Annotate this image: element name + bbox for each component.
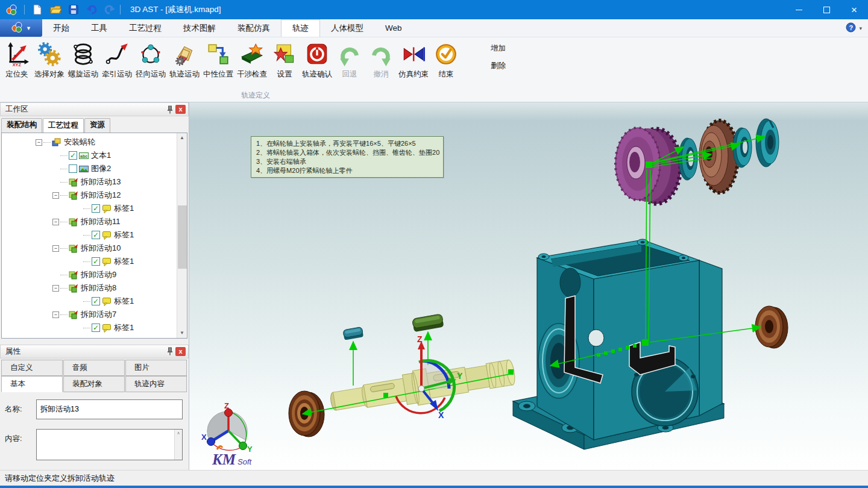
- tool-drag-motion-label: 牵引运动: [102, 69, 132, 80]
- redo-button[interactable]: [102, 2, 118, 17]
- tool-neutral-position[interactable]: 中性位置: [201, 40, 235, 80]
- tree-item-label1[interactable]: ✓标签1: [2, 255, 187, 268]
- workspace-tab-process[interactable]: 工艺过程: [43, 118, 84, 133]
- tab-tech-illustration[interactable]: 技术图解: [172, 19, 227, 37]
- content-textarea[interactable]: ∧: [36, 429, 183, 460]
- tree-expander-icon[interactable]: −: [52, 311, 59, 318]
- props-tab-picture[interactable]: 图片: [125, 360, 187, 376]
- tool-settings[interactable]: 设置: [269, 40, 300, 80]
- tree-item-activity9[interactable]: 拆卸活动9: [2, 268, 187, 281]
- tree-item-activity10[interactable]: −拆卸活动10: [2, 242, 187, 255]
- minimize-button[interactable]: [785, 0, 813, 19]
- save-button[interactable]: [66, 2, 81, 17]
- tree-guide-line: [83, 328, 90, 328]
- tree-checkbox[interactable]: ✓: [92, 257, 100, 266]
- tab-trajectory[interactable]: 轨迹: [281, 19, 320, 37]
- tool-trajectory-motion[interactable]: 轨迹运动: [168, 40, 201, 80]
- chevron-down-icon[interactable]: ▾: [859, 25, 862, 31]
- tree-item-label: 文本1: [91, 150, 113, 161]
- viewport-3d[interactable]: Z Y X Z X Y: [189, 102, 868, 470]
- tree-item-text1[interactable]: ✓abc文本1: [2, 149, 187, 162]
- workspace-tab-assembly-structure[interactable]: 装配结构: [1, 118, 42, 133]
- new-file-button[interactable]: [30, 2, 45, 17]
- tree-item-activity12[interactable]: −拆卸活动12: [2, 189, 187, 202]
- tree-expander-icon[interactable]: −: [52, 192, 59, 199]
- tab-tools[interactable]: 工具: [80, 19, 118, 37]
- tree-item-activity7[interactable]: −拆卸活动7: [2, 308, 187, 321]
- tree-checkbox[interactable]: ✓: [92, 231, 100, 239]
- logo-soft-text: Soft: [237, 457, 253, 466]
- round-nut[interactable]: [756, 119, 779, 167]
- delete-button[interactable]: 删除: [491, 61, 506, 71]
- manipulator-x-label: X: [438, 410, 444, 420]
- tree-item-label1[interactable]: ✓标签1: [2, 228, 187, 242]
- close-panel-button[interactable]: x: [175, 347, 186, 356]
- properties-panel-header: 属性 x: [0, 345, 189, 358]
- tree-checkbox[interactable]: ✓: [92, 297, 100, 305]
- tree-item-activity13[interactable]: 拆卸活动13: [2, 175, 187, 189]
- housing-body[interactable]: [537, 239, 722, 440]
- tool-trajectory-confirm-label: 轨迹确认: [302, 69, 332, 80]
- tree-item-image2[interactable]: 图像2: [2, 162, 187, 175]
- props-tab-assembly-object[interactable]: 装配对象: [63, 376, 125, 392]
- ribbon-toolbar: XYZ+定位夹选择对象螺旋运动牵引运动径向运动轨迹运动中性位置干涉检查设置轨迹确…: [0, 37, 868, 102]
- tool-finish[interactable]: 结束: [430, 40, 462, 80]
- help-icon[interactable]: ?: [846, 22, 856, 34]
- tree-expander-icon[interactable]: −: [36, 139, 42, 146]
- tab-assembly-simulation[interactable]: 装配仿真: [227, 19, 281, 37]
- scroll-down-icon[interactable]: ▼: [177, 328, 187, 338]
- tree-item-activity8[interactable]: −拆卸活动8: [2, 281, 187, 295]
- textarea-scrollbar[interactable]: ∧: [174, 430, 182, 460]
- tool-spiral-motion[interactable]: 螺旋运动: [66, 40, 100, 80]
- scrollbar-thumb[interactable]: [178, 205, 187, 269]
- workspace-tab-resources[interactable]: 资源: [84, 118, 110, 133]
- bearing-left[interactable]: [289, 391, 324, 437]
- tree-item-label1[interactable]: ✓标签1: [2, 202, 187, 215]
- close-panel-button[interactable]: x: [175, 105, 186, 114]
- tree-expander-icon[interactable]: −: [52, 285, 59, 292]
- tree-checkbox[interactable]: ✓: [92, 204, 100, 213]
- tab-human-model[interactable]: 人体模型: [320, 19, 374, 37]
- tree-item-label1[interactable]: ✓标签1: [2, 321, 187, 334]
- tool-interference-check[interactable]: 干涉检查: [235, 40, 269, 80]
- tab-process[interactable]: 工艺过程: [118, 19, 172, 37]
- tool-simulation-constraint[interactable]: 仿真约束: [397, 40, 430, 80]
- name-input[interactable]: [36, 399, 183, 419]
- add-button[interactable]: 增加: [491, 43, 506, 54]
- props-tab-basic[interactable]: 基本: [1, 376, 63, 392]
- tree-item-activity11[interactable]: −拆卸活动11: [2, 215, 187, 228]
- tool-radial-motion[interactable]: 径向运动: [134, 40, 168, 80]
- viewport-annotation-note[interactable]: 1、在蜗轮轴上安装轴承，再安装平键16×5、平键26×52、将蜗轮轴装入箱体，依…: [251, 136, 444, 178]
- undo-button[interactable]: [84, 2, 99, 17]
- app-menu-button[interactable]: ▼: [0, 19, 42, 37]
- open-file-button[interactable]: [48, 2, 63, 17]
- label-icon: [102, 231, 112, 240]
- tree-item-label1[interactable]: ✓标签1: [2, 295, 187, 308]
- tree-item-install-worm-gear[interactable]: −安装蜗轮: [2, 136, 187, 149]
- tree-expander-icon[interactable]: −: [52, 219, 59, 225]
- tab-web[interactable]: Web: [374, 19, 413, 37]
- tab-start[interactable]: 开始: [42, 19, 80, 37]
- tree-item-label: 标签1: [114, 230, 136, 240]
- washer[interactable]: [733, 128, 752, 167]
- titlebar-separator: [24, 5, 25, 14]
- tree-checkbox[interactable]: ✓: [69, 151, 77, 160]
- tree-scrollbar[interactable]: ▲ ▼: [177, 133, 187, 337]
- maximize-button[interactable]: [813, 0, 840, 19]
- tree-checkbox[interactable]: ✓: [92, 324, 100, 332]
- close-button[interactable]: ×: [840, 0, 868, 19]
- tool-drag-motion[interactable]: 牵引运动: [100, 40, 134, 80]
- props-tab-audio[interactable]: 音频: [63, 360, 125, 376]
- tool-positioning-clamp[interactable]: XYZ+定位夹: [1, 40, 33, 80]
- pin-icon[interactable]: [165, 105, 175, 114]
- tool-trajectory-confirm[interactable]: 轨迹确认: [300, 40, 334, 80]
- pin-icon[interactable]: [165, 346, 175, 356]
- tree-checkbox[interactable]: [69, 164, 77, 173]
- scroll-up-icon[interactable]: ▲: [177, 133, 187, 143]
- props-tab-trajectory-content[interactable]: 轨迹内容: [125, 376, 187, 392]
- tree-expander-icon[interactable]: −: [52, 245, 59, 252]
- main-area: 工作区 x 装配结构工艺过程资源 −安装蜗轮✓abc文本1图像2拆卸活动13−拆…: [0, 102, 868, 470]
- props-tab-custom[interactable]: 自定义: [1, 360, 63, 376]
- app-logo-icon[interactable]: [4, 2, 19, 17]
- tool-select-object[interactable]: 选择对象: [33, 40, 66, 80]
